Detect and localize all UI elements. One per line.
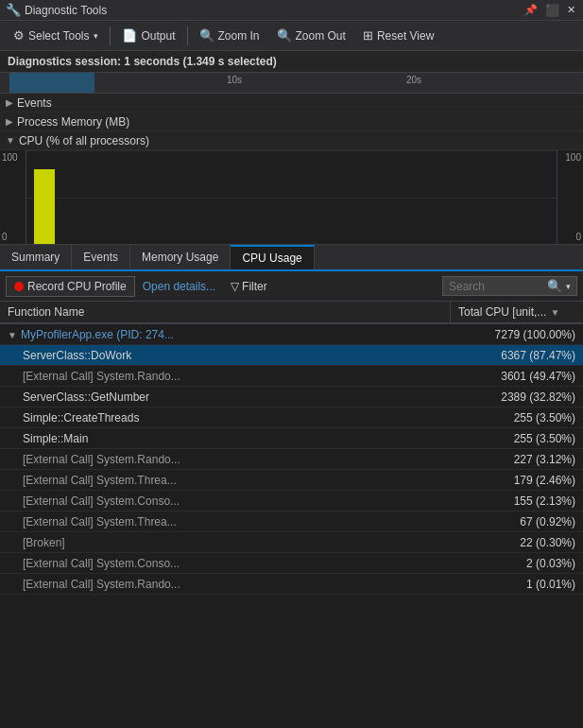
y-low-right-label: 0 [559,232,581,242]
cell-function-name: [External Call] System.Conso... [0,555,451,572]
output-button[interactable]: 📄 Output [114,26,182,45]
cell-cpu-value: 227 (3.12%) [451,451,583,468]
cell-cpu-value: 2 (0.03%) [451,555,583,572]
cell-cpu-value: 1 (0.01%) [451,576,583,593]
cpu-section-header[interactable]: ▼ CPU (% of all processors) [0,131,583,150]
separator-2 [187,26,188,45]
profile-toolbar: Record CPU Profile Open details... ▽ Fil… [0,271,583,302]
function-name-text: [External Call] System.Conso... [23,557,180,570]
table-row[interactable]: [External Call] System.Conso...155 (2.13… [0,491,583,511]
cell-function-name: Simple::Main [0,430,451,447]
output-icon: 📄 [122,28,137,43]
cell-cpu-value: 255 (3.50%) [451,409,583,426]
function-name-text: [External Call] System.Rando... [23,453,180,466]
y-low-label: 0 [2,232,24,242]
record-label: Record CPU Profile [27,280,127,293]
process-memory-label: Process Memory (MB) [17,115,129,129]
th-function-name[interactable]: Function Name [0,302,451,322]
dropdown-arrow-icon: ▾ [94,31,98,41]
table-row[interactable]: [External Call] System.Conso...2 (0.03%) [0,553,583,574]
tab-memory-usage[interactable]: Memory Usage [130,245,231,269]
zoom-in-button[interactable]: 🔍 Zoom In [192,26,267,45]
table-row[interactable]: [Broken]22 (0.30%) [0,532,583,553]
y-axis-left: 100 0 [0,150,26,244]
reset-view-button[interactable]: ⊞ Reset View [355,26,441,45]
function-name-text: [External Call] System.Conso... [23,494,180,508]
close-icon[interactable]: ✕ [565,2,577,18]
table-header: Function Name Total CPU [unit,... ▼ [0,302,583,324]
ruler-tick-20s: 20s [406,75,421,85]
process-memory-section-row[interactable]: ▶ Process Memory (MB) [0,113,583,131]
sort-desc-icon: ▼ [550,307,559,318]
filter-icon: ▽ [231,280,239,293]
open-details-button[interactable]: Open details... [139,277,219,296]
y-high-label: 100 [2,152,24,163]
select-tools-button[interactable]: ⚙ Select Tools ▾ [6,26,106,45]
table-row[interactable]: [External Call] System.Rando...3601 (49.… [0,366,583,387]
filter-button[interactable]: ▽ Filter [223,277,275,296]
table-row[interactable]: ServerClass::GetNumber2389 (32.82%) [0,387,583,407]
table-row[interactable]: ▼MyProfilerApp.exe (PID: 274...7279 (100… [0,324,583,345]
cell-function-name: [External Call] System.Rando... [0,576,451,593]
record-cpu-profile-button[interactable]: Record CPU Profile [6,276,135,297]
bottom-panel: Summary Events Memory Usage CPU Usage Re… [0,245,583,651]
cell-function-name: [External Call] System.Rando... [0,368,451,385]
function-name-text: MyProfilerApp.exe (PID: 274... [21,328,174,341]
zoom-out-button[interactable]: 🔍 Zoom Out [269,26,353,45]
search-icon-button[interactable]: 🔍 [547,279,562,293]
table-row[interactable]: [External Call] System.Rando...1 (0.01%) [0,574,583,595]
tab-summary[interactable]: Summary [0,245,72,269]
timeline-ruler[interactable]: 10s 20s [0,73,583,94]
expand-memory-icon: ▶ [6,116,13,127]
title-bar: 🔧 Diagnostic Tools 📌 ⬛ ✕ [0,0,583,21]
main-toolbar: ⚙ Select Tools ▾ 📄 Output 🔍 Zoom In 🔍 Zo… [0,21,583,51]
th-function-label: Function Name [8,305,84,319]
cell-cpu-value: 67 (0.92%) [451,513,583,530]
cpu-chart-canvas [26,150,557,244]
cell-function-name: [External Call] System.Rando... [0,451,451,468]
separator [110,26,111,45]
function-name-text: [External Call] System.Threa... [23,474,177,487]
tabs-container: Summary Events Memory Usage CPU Usage [0,245,583,271]
cell-cpu-value: 2389 (32.82%) [451,389,583,406]
cell-cpu-value: 179 (2.46%) [451,472,583,489]
gear-icon: ⚙ [13,28,25,43]
cell-cpu-value: 255 (3.50%) [451,430,583,447]
cell-cpu-value: 22 (0.30%) [451,534,583,551]
cell-function-name: [External Call] System.Threa... [0,472,451,489]
table-row[interactable]: ServerClass::DoWork6367 (87.47%) [0,345,583,366]
expand-events-icon: ▶ [6,97,13,108]
cell-function-name: ▼MyProfilerApp.exe (PID: 274... [0,326,451,343]
table-row[interactable]: [External Call] System.Threa...179 (2.46… [0,470,583,491]
cell-cpu-value: 6367 (87.47%) [451,347,583,364]
function-name-text: Simple::CreateThreads [23,411,139,425]
grid-line-top [26,150,557,151]
cell-cpu-value: 3601 (49.47%) [451,368,583,385]
table-row[interactable]: [External Call] System.Threa...67 (0.92%… [0,511,583,532]
th-total-cpu[interactable]: Total CPU [unit,... ▼ [451,302,583,322]
cell-cpu-value: 155 (2.13%) [451,493,583,510]
pin-icon[interactable]: 📌 [523,2,540,18]
cell-function-name: ServerClass::DoWork [0,347,451,364]
cell-function-name: Simple::CreateThreads [0,409,451,426]
tab-cpu-usage[interactable]: CPU Usage [231,245,314,269]
table-row[interactable]: Simple::CreateThreads255 (3.50%) [0,407,583,428]
reset-icon: ⊞ [363,28,373,43]
y-axis-right: 100 0 [557,150,583,244]
events-section-row[interactable]: ▶ Events [0,94,583,113]
table-row[interactable]: [External Call] System.Rando...227 (3.12… [0,449,583,470]
search-input[interactable] [449,280,543,293]
title-bar-label: Diagnostic Tools [25,4,107,17]
cell-function-name: [External Call] System.Threa... [0,513,451,530]
ruler-selection [9,73,94,93]
search-dropdown-icon[interactable]: ▾ [566,282,571,291]
cpu-label: CPU (% of all processors) [19,134,149,147]
cpu-chart[interactable]: 100 0 100 0 [0,150,583,245]
float-icon[interactable]: ⬛ [543,2,561,19]
session-text: Diagnostics session: 1 seconds (1.349 s … [8,55,277,68]
th-cpu-label: Total CPU [unit,... [458,305,546,319]
tab-events[interactable]: Events [72,245,130,269]
record-dot-icon [14,282,24,291]
table-row[interactable]: Simple::Main255 (3.50%) [0,428,583,449]
cell-function-name: [External Call] System.Conso... [0,493,451,510]
